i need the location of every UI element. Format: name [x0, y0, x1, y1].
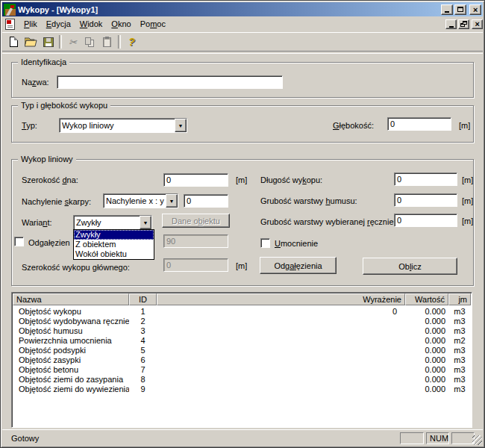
variant-combobox[interactable]: Zwykły ▼: [73, 215, 152, 230]
bottom-width-input[interactable]: 0: [163, 173, 228, 187]
dropdown-option-z-obiektem[interactable]: Z obiektem: [74, 240, 154, 249]
menu-bar: Plik Edycja Widok Okno Pomoc ×: [2, 16, 483, 31]
cell-wartosc: 0.000: [405, 336, 448, 346]
column-header-wyrazenie[interactable]: Wyrażenie: [157, 293, 405, 305]
length-unit: [m]: [462, 175, 473, 185]
cell-nazwa: Objętość ziemi do zasypania: [13, 375, 129, 385]
paste-icon: [103, 37, 111, 47]
copy-button[interactable]: [81, 34, 98, 50]
chevron-down-icon[interactable]: ▼: [166, 194, 178, 208]
slope-input[interactable]: 0: [184, 194, 228, 208]
cell-wartosc: 0.000: [405, 385, 448, 394]
branches-button[interactable]: Odgałęzienia: [260, 257, 337, 274]
type-label: Typ:: [22, 121, 37, 131]
title-bar: Wykopy - [Wykopy1] ×: [2, 2, 483, 16]
branch-checkbox-label: Odgałęzien: [28, 238, 70, 248]
table-row[interactable]: Objętość wydobywana ręcznie 2 0.000 m3: [13, 317, 472, 326]
resize-grip[interactable]: [472, 435, 482, 445]
cell-jm: m3: [448, 365, 471, 375]
column-header-wartosc[interactable]: Wartość: [405, 293, 448, 305]
status-text: Gotowy: [11, 434, 39, 444]
maximize-button[interactable]: [454, 4, 466, 15]
type-combobox[interactable]: Wykop liniowy ▼: [59, 118, 187, 133]
mdi-restore-icon: [460, 21, 467, 27]
mdi-restore-button[interactable]: [458, 19, 469, 29]
close-button[interactable]: ×: [469, 4, 481, 15]
name-input[interactable]: [57, 75, 283, 89]
app-icon[interactable]: [4, 4, 16, 16]
cell-wartosc: 0.000: [405, 326, 448, 336]
main-width-unit: [m]: [236, 261, 247, 271]
document-icon[interactable]: [5, 19, 15, 30]
calculate-button[interactable]: Oblicz: [363, 258, 457, 275]
cell-id: 6: [129, 355, 157, 365]
save-button[interactable]: [40, 34, 57, 50]
bottom-width-label: Szerokość dna:: [22, 175, 78, 185]
table-row[interactable]: Objętość ziemi do zasypania 8 0.000 m3: [13, 375, 472, 385]
cell-id: 8: [129, 375, 157, 385]
group-identification-title: Identyfikacja: [18, 57, 69, 67]
mdi-minimize-button[interactable]: [445, 19, 457, 29]
new-button[interactable]: [5, 34, 22, 50]
cell-wyrazenie: [157, 346, 405, 355]
cell-wyrazenie: [157, 375, 405, 385]
menu-item-okno[interactable]: Okno: [107, 18, 135, 30]
table-row[interactable]: Objętość zasypki 6 0.000 m3: [13, 355, 472, 365]
help-button[interactable]: ?: [123, 34, 140, 50]
cell-wyrazenie: [157, 385, 405, 394]
cut-button[interactable]: ✂: [64, 34, 81, 50]
column-header-id[interactable]: ID: [129, 293, 157, 305]
table-row[interactable]: Objętość podsypki 5 0.000 m3: [13, 346, 472, 355]
table-row[interactable]: Objętość betonu 7 0.000 m3: [13, 365, 472, 375]
humus-input[interactable]: 0: [394, 193, 457, 207]
table-row[interactable]: Objętość ziemi do wywiezienia 9 0.000 m3: [13, 385, 472, 394]
menu-item-edycja[interactable]: Edycja: [42, 18, 75, 30]
cell-jm: m3: [448, 385, 471, 394]
manual-unit: [m]: [462, 217, 473, 226]
open-button[interactable]: [22, 34, 40, 50]
branch-checkbox[interactable]: [14, 237, 24, 246]
slope-combobox[interactable]: Nachylenie x : y ▼: [103, 193, 178, 208]
status-panel-1: [400, 432, 424, 444]
menu-item-widok[interactable]: Widok: [75, 18, 107, 30]
type-combobox-value: Wykop liniowy: [60, 119, 175, 132]
table-row[interactable]: Objętość humusu 3 0.000 m3: [13, 326, 472, 336]
save-icon: [43, 37, 54, 47]
column-header-nazwa[interactable]: Nazwa: [13, 293, 129, 305]
cell-nazwa: Objętość podsypki: [13, 346, 129, 355]
status-panel-2: [451, 432, 475, 444]
length-label: Długość wykopu:: [260, 175, 322, 185]
maximize-icon: [457, 7, 463, 12]
object-data-button[interactable]: Dane obiektu: [162, 214, 230, 228]
cell-nazwa: Objętość wykopu: [13, 307, 129, 317]
reinforcement-checkbox[interactable]: [260, 238, 270, 248]
cell-id: 9: [129, 385, 157, 394]
depth-input[interactable]: 0: [387, 117, 451, 131]
cell-jm: m2: [448, 336, 471, 346]
length-input[interactable]: 0: [394, 172, 457, 186]
dropdown-option-wokol-obiektu[interactable]: Wokół obiektu: [74, 249, 154, 259]
cell-wartosc: 0.000: [405, 307, 448, 317]
depth-label: Głębokość:: [333, 121, 374, 131]
dropdown-option-zwykly[interactable]: Zwykły: [74, 230, 154, 240]
name-label: Nazwa:: [22, 78, 49, 87]
cell-jm: m3: [448, 375, 471, 385]
chevron-down-icon[interactable]: ▼: [175, 119, 187, 132]
mdi-close-button[interactable]: ×: [472, 19, 483, 29]
cell-nazwa: Objętość ziemi do wywiezienia: [13, 385, 129, 394]
manual-label: Grubość warstwy wybieranej ręcznie:: [260, 217, 396, 227]
table-row[interactable]: Objętość wykopu 1 0 0.000 m3: [13, 307, 472, 317]
minimize-button[interactable]: [441, 4, 453, 15]
menu-item-pomoc[interactable]: Pomoc: [136, 18, 170, 30]
table-row[interactable]: Powierzchnia umocnienia 4 0.000 m2: [13, 336, 472, 346]
toolbar-separator: [59, 35, 62, 49]
manual-input[interactable]: 0: [394, 214, 457, 227]
cell-jm: m3: [448, 317, 471, 326]
paste-button[interactable]: [98, 34, 116, 50]
cell-wyrazenie: [157, 326, 405, 336]
cell-nazwa: Powierzchnia umocnienia: [13, 336, 129, 346]
help-icon: ?: [128, 36, 135, 48]
menu-item-plik[interactable]: Plik: [19, 18, 42, 30]
chevron-down-icon[interactable]: ▼: [140, 216, 151, 229]
column-header-jm[interactable]: jm: [448, 293, 471, 305]
